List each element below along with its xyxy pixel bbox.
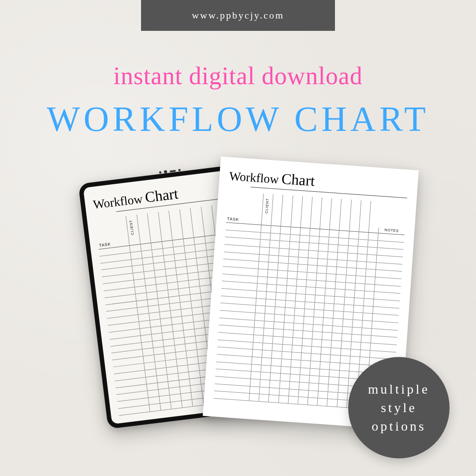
chart-title-word2: Chart — [144, 185, 179, 206]
badge-line1: multiple — [368, 382, 430, 396]
chart-title-word2: Chart — [281, 171, 315, 190]
badge-circle: multiple style options — [348, 357, 450, 458]
badge-text: multiple style options — [368, 380, 430, 435]
page-title: WORKFLOW CHART — [0, 99, 476, 139]
url-text: www.ppbycjy.com — [192, 10, 284, 21]
badge-line3: options — [372, 419, 426, 433]
camera-dot-icon — [164, 170, 167, 174]
badge-line2: style — [381, 400, 417, 415]
camera-dot-icon — [159, 171, 162, 174]
camera-dot-icon — [178, 169, 181, 171]
camera-speaker-icon — [170, 170, 176, 172]
tablet-camera — [159, 168, 181, 174]
chart-title-word1: Workflow — [229, 169, 279, 186]
url-banner: www.ppbycjy.com — [141, 0, 335, 31]
subtitle: instant digital download — [0, 62, 476, 90]
